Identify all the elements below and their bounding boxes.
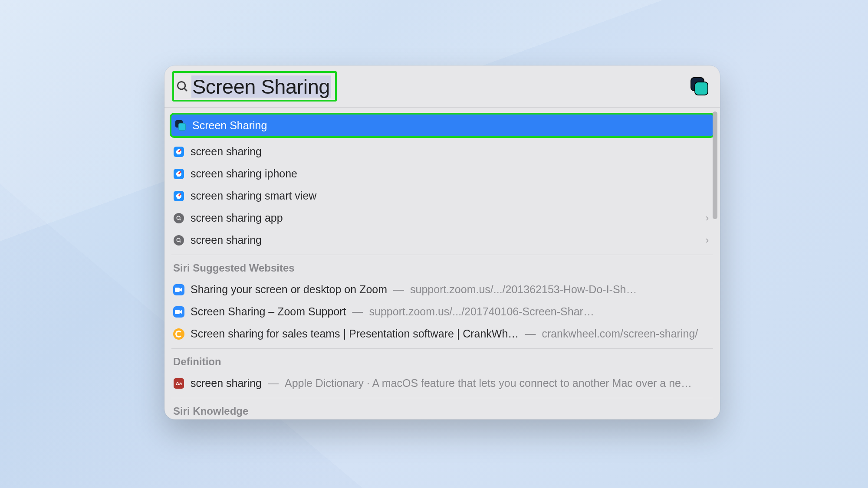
website-url: crankwheel.com/screen-sharing/ (542, 328, 698, 340)
search-input[interactable]: Screen Sharing (191, 75, 331, 98)
chevron-right-icon: › (706, 213, 709, 224)
website-url: support.zoom.us/.../201740106-Screen-Sha… (369, 305, 594, 318)
section-title-knowledge: Siri Knowledge (170, 398, 715, 419)
dictionary-icon: Aa (173, 378, 184, 389)
safari-icon (173, 168, 184, 180)
svg-line-7 (180, 241, 181, 242)
suggestion-row[interactable]: screen sharing iphone (170, 163, 715, 185)
website-title: Sharing your screen or desktop on Zoom (191, 283, 387, 296)
search-row: Screen Sharing (164, 66, 720, 108)
suggestion-label: screen sharing iphone (191, 167, 297, 180)
website-title: Screen sharing for sales teams | Present… (191, 328, 519, 340)
top-hit-row[interactable]: Screen Sharing (170, 113, 715, 138)
crankwheel-icon (173, 328, 184, 340)
zoom-icon (173, 306, 184, 318)
suggestion-label: screen sharing (191, 234, 262, 246)
suggestion-label: screen sharing (191, 145, 262, 158)
svg-line-5 (180, 219, 181, 220)
definition-row[interactable]: Aa screen sharing — Apple Dictionary · A… (170, 372, 715, 394)
safari-icon (173, 146, 184, 157)
definition-term: screen sharing (191, 377, 262, 390)
top-hit-label: Screen Sharing (192, 119, 267, 132)
section-title-definition: Definition (170, 349, 715, 372)
website-row[interactable]: Screen Sharing – Zoom Support — support.… (170, 301, 715, 323)
website-row[interactable]: Screen sharing for sales teams | Present… (170, 323, 715, 345)
suggestion-label: screen sharing app (191, 212, 283, 224)
svg-point-0 (178, 82, 185, 89)
results-list: Screen Sharing screen sharing screen sha… (164, 108, 720, 419)
suggestion-row[interactable]: screen sharing app › (170, 207, 715, 229)
svg-line-1 (184, 88, 187, 91)
website-row[interactable]: Sharing your screen or desktop on Zoom —… (170, 278, 715, 301)
suggestion-row[interactable]: screen sharing smart view (170, 185, 715, 207)
safari-icon (173, 190, 184, 202)
siri-search-icon (173, 213, 184, 224)
suggestion-row[interactable]: screen sharing (170, 141, 715, 163)
siri-search-icon (173, 235, 184, 246)
website-sep: — (525, 328, 536, 340)
svg-rect-8 (175, 288, 180, 292)
website-sep: — (393, 283, 404, 296)
definition-sep: — (268, 377, 279, 390)
section-title-websites: Siri Suggested Websites (170, 255, 715, 278)
scrollbar-thumb[interactable] (713, 111, 717, 219)
website-url: support.zoom.us/.../201362153-How-Do-I-S… (410, 283, 637, 296)
search-icon (176, 80, 189, 93)
website-sep: — (352, 305, 363, 318)
suggestion-row[interactable]: screen sharing › (170, 229, 715, 251)
chevron-right-icon: › (706, 235, 709, 246)
definition-body: Apple Dictionary · A macOS feature that … (285, 377, 692, 390)
zoom-icon (173, 284, 184, 295)
website-title: Screen Sharing – Zoom Support (191, 305, 346, 318)
svg-rect-3 (695, 82, 708, 95)
screen-sharing-app-icon (689, 76, 710, 97)
spotlight-window: Screen Sharing Screen Sharing screen sha… (164, 66, 720, 419)
svg-rect-9 (175, 310, 180, 314)
search-field-highlight[interactable]: Screen Sharing (172, 71, 337, 102)
suggestion-label: screen sharing smart view (191, 190, 316, 202)
screen-sharing-icon (175, 120, 186, 131)
